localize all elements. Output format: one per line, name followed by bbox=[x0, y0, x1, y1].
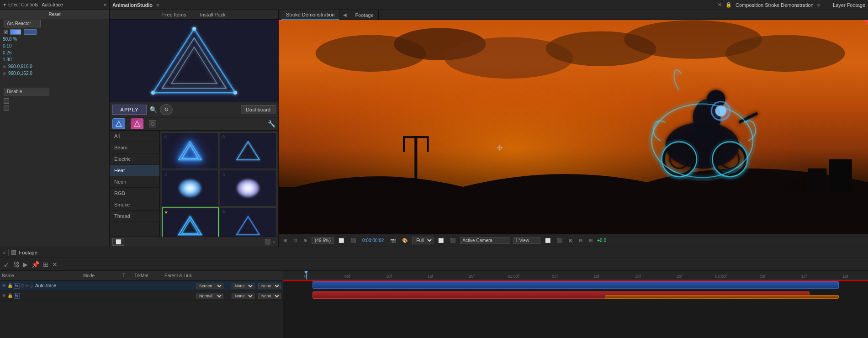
layer-row-autotrace[interactable]: 👁 🔒 fx ⊡ ✏ ◇ Auto-trace Screen None None bbox=[0, 281, 283, 291]
search-button[interactable]: 🔍 bbox=[149, 106, 157, 113]
comp-tool-12[interactable]: ⊞ bbox=[587, 237, 594, 244]
composition-viewport[interactable] bbox=[279, 20, 868, 234]
install-pack-btn[interactable]: Install Pack bbox=[200, 12, 226, 17]
thumb-6[interactable]: ☆ bbox=[220, 207, 277, 237]
track-1[interactable] bbox=[283, 280, 868, 290]
comp-tool-11[interactable]: ⊟ bbox=[577, 237, 584, 244]
svg-rect-33 bbox=[785, 178, 806, 191]
quality-select[interactable]: Full bbox=[412, 237, 434, 244]
layer-fx-2[interactable]: fx bbox=[14, 293, 20, 299]
zoom-level[interactable]: (49.6%) bbox=[312, 237, 334, 244]
track-bar-3[interactable] bbox=[605, 295, 839, 299]
thumb-3[interactable]: ☆ bbox=[162, 170, 219, 206]
tl-tool-box[interactable]: ⊞ bbox=[42, 260, 49, 269]
star-1[interactable]: ☆ bbox=[164, 134, 168, 139]
tab-pink[interactable] bbox=[131, 118, 143, 129]
layer-mode-select[interactable]: Screen bbox=[196, 283, 223, 289]
free-items-btn[interactable]: Free Items bbox=[162, 12, 186, 17]
comp-tool-8[interactable]: ⬜ bbox=[543, 237, 552, 244]
track-2[interactable] bbox=[283, 290, 868, 300]
star-3[interactable]: ☆ bbox=[164, 172, 168, 177]
cat-electric[interactable]: Electric bbox=[110, 153, 159, 165]
disable-dropdown[interactable]: Disable bbox=[4, 88, 49, 95]
cat-all[interactable]: All bbox=[110, 131, 159, 142]
track-bar-1[interactable] bbox=[312, 281, 839, 289]
layer-pen-icon[interactable]: ✏ bbox=[25, 283, 29, 288]
color-swatch-2[interactable] bbox=[24, 29, 37, 35]
wrench-button[interactable]: 🔧 bbox=[268, 120, 275, 127]
layer-diamond-icon[interactable]: ◇ bbox=[30, 283, 33, 288]
layer-lock-2[interactable]: 🔒 bbox=[7, 293, 13, 298]
timeline-menu[interactable]: ≡ bbox=[3, 250, 5, 255]
grid-view-btn[interactable]: ⬛ bbox=[265, 239, 271, 245]
comp-tool-2[interactable]: ⊡ bbox=[291, 237, 299, 244]
tl-tool-play[interactable]: ▶ bbox=[22, 260, 29, 269]
trkmat-2[interactable]: None bbox=[232, 293, 254, 299]
cat-heat[interactable]: Heat bbox=[110, 165, 159, 176]
tl-tool-close[interactable]: ✕ bbox=[51, 260, 58, 269]
tab-blue[interactable] bbox=[112, 118, 125, 129]
comp-tool-5[interactable]: ⬛ bbox=[349, 237, 358, 244]
expand-btn[interactable]: ⬜ bbox=[112, 238, 124, 246]
parent-2[interactable]: None bbox=[258, 293, 281, 299]
tl-tool-pin[interactable]: 📌 bbox=[31, 260, 40, 269]
comp-tool-10[interactable]: ⊠ bbox=[567, 237, 574, 244]
layer-mode-2[interactable]: Normal bbox=[196, 293, 223, 299]
comp-tool-3[interactable]: ⊕ bbox=[302, 237, 309, 244]
dashboard-button[interactable]: Dashboard bbox=[241, 105, 275, 114]
thumb-5[interactable]: ★ bbox=[162, 207, 219, 237]
tab-stroke-demo[interactable]: Stroke Demonstration bbox=[281, 10, 339, 20]
ruler-marks: 0f 05f 10f 15f 20f 01:00f 05f 10f 15f 20… bbox=[283, 274, 868, 279]
cat-beam[interactable]: Beam bbox=[110, 142, 159, 153]
layer-vis-2[interactable]: 👁 bbox=[2, 293, 6, 298]
thumb-2[interactable]: ☆ bbox=[220, 132, 277, 169]
anim-panel-menu[interactable]: ≡ bbox=[156, 2, 159, 8]
star-2[interactable]: ☆ bbox=[222, 134, 226, 139]
playhead[interactable] bbox=[306, 271, 307, 280]
star-5[interactable]: ★ bbox=[164, 210, 168, 215]
comp-tool-7[interactable]: ⬛ bbox=[448, 237, 457, 244]
small-checkbox-1[interactable] bbox=[4, 98, 9, 104]
tl-tool-link[interactable]: ⛓ bbox=[12, 260, 20, 269]
apply-button[interactable]: APPLY bbox=[112, 105, 147, 115]
v1-value: 0.10 bbox=[3, 43, 11, 48]
active-camera-select[interactable]: Active Camera bbox=[460, 237, 510, 244]
reset-btn[interactable]: Reset bbox=[0, 10, 109, 19]
cat-smoke[interactable]: Smoke bbox=[110, 199, 159, 211]
col-mode: Mode bbox=[83, 273, 120, 278]
tab-circle[interactable] bbox=[149, 120, 156, 127]
thumb-4[interactable]: ☆ bbox=[220, 170, 277, 206]
panel-menu-btn[interactable]: ≡ bbox=[104, 2, 106, 7]
layer-stop-icon[interactable]: ⊡ bbox=[21, 283, 24, 288]
preset-dropdown[interactable]: Arc Reactor bbox=[4, 20, 41, 27]
layer-row-2[interactable]: 👁 🔒 fx Normal None None bbox=[0, 291, 283, 301]
layer-fx-badge[interactable]: fx bbox=[14, 283, 20, 289]
cat-rgb[interactable]: RGB bbox=[110, 188, 159, 199]
star-4[interactable]: ☆ bbox=[222, 172, 226, 177]
camera-btn[interactable]: 📷 bbox=[388, 237, 397, 244]
comp-menu-btn[interactable]: ≡ bbox=[817, 2, 820, 8]
star-6[interactable]: ☆ bbox=[222, 209, 226, 214]
comp-tool-6[interactable]: ⬜ bbox=[436, 237, 445, 244]
cat-thread[interactable]: Thread bbox=[110, 211, 159, 222]
tab-footage[interactable]: Footage bbox=[350, 10, 378, 20]
color-btn[interactable]: 🎨 bbox=[400, 237, 409, 244]
small-checkbox-2[interactable] bbox=[4, 106, 9, 111]
color-swatch[interactable] bbox=[10, 29, 21, 35]
layer-lock-icon[interactable]: 🔒 bbox=[7, 283, 13, 288]
list-view-btn[interactable]: ≡ bbox=[273, 239, 275, 245]
tl-tool-arrow[interactable]: ↙ bbox=[3, 260, 10, 269]
comp-tool-1[interactable]: ⊞ bbox=[281, 237, 289, 244]
cycle-icon-btn[interactable]: ↻ bbox=[160, 104, 173, 115]
trkmat-select[interactable]: None bbox=[232, 283, 254, 289]
thumb-1[interactable]: ☆ bbox=[162, 132, 219, 169]
enable-checkbox[interactable] bbox=[4, 30, 8, 34]
comp-tool-4[interactable]: ⬜ bbox=[337, 237, 346, 244]
close-comp-btn[interactable]: ✕ bbox=[718, 2, 722, 8]
view-count-select[interactable]: 1 View bbox=[513, 237, 540, 244]
timecode-display: 0:00:00:02 bbox=[360, 238, 386, 243]
comp-tool-9[interactable]: ⬛ bbox=[555, 237, 564, 244]
cat-neon[interactable]: Neon bbox=[110, 176, 159, 188]
layer-vis-icon[interactable]: 👁 bbox=[2, 283, 6, 288]
parent-select[interactable]: None bbox=[258, 283, 281, 289]
